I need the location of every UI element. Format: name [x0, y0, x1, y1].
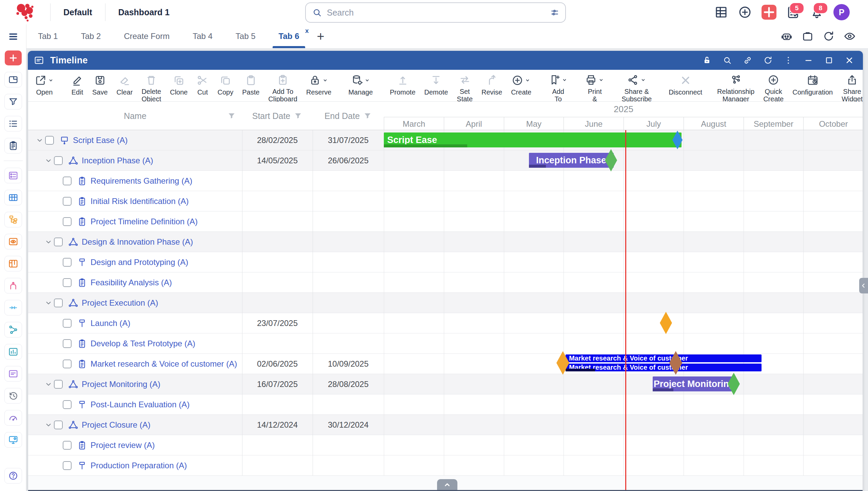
sidebar-item-kanban-widget[interactable] [4, 256, 22, 271]
create-button[interactable]: Create [507, 70, 536, 101]
milestone-diamond[interactable] [669, 351, 683, 375]
row-checkbox[interactable] [54, 380, 63, 389]
assistant-icon[interactable] [781, 30, 793, 42]
search-settings-icon[interactable] [550, 7, 560, 18]
expand-chevron-icon[interactable] [44, 157, 53, 165]
row-checkbox[interactable] [54, 421, 63, 429]
row-name-link[interactable]: Inception Phase (A) [82, 150, 153, 171]
add-tab-button[interactable]: + [311, 29, 330, 44]
sidebar-item-preview-card-widget[interactable] [4, 234, 22, 249]
row-name-link[interactable]: Post-Launch Evaluation (A) [91, 394, 190, 415]
chevron-down-icon[interactable] [47, 77, 54, 84]
sidebar-item-table-widget[interactable] [4, 190, 22, 205]
chevron-down-icon[interactable] [561, 77, 568, 83]
filter-icon[interactable] [363, 111, 372, 120]
sidebar-item-clipboard[interactable] [4, 138, 22, 154]
notifications-icon[interactable]: 8 [810, 5, 824, 19]
expand-chevron-icon[interactable] [44, 238, 53, 246]
share-widget-button[interactable]: Share Widget [837, 70, 867, 101]
row-name-link[interactable]: Project Closure (A) [82, 415, 151, 435]
chevron-down-icon[interactable] [524, 77, 531, 84]
global-search[interactable] [305, 2, 566, 23]
row-checkbox[interactable] [63, 217, 72, 226]
row-name-link[interactable]: Script Ease (A) [73, 130, 127, 150]
row-name-link[interactable]: Develop & Test Prototype (A) [91, 333, 195, 354]
close-icon[interactable] [845, 56, 854, 65]
sidebar-item-chart-widget[interactable] [4, 344, 22, 360]
gantt-bar[interactable]: Script Ease [384, 132, 682, 147]
sidebar-item-flow-widget[interactable] [4, 322, 22, 337]
milestone-diamond[interactable] [556, 351, 569, 375]
add-to-button[interactable]: Add To [544, 70, 572, 101]
milestone-diamond[interactable] [728, 372, 740, 395]
expand-chevron-icon[interactable] [44, 380, 53, 388]
milestone-diamond[interactable] [672, 130, 683, 150]
workspace-name[interactable]: Default [51, 7, 105, 17]
relationship-manager-button[interactable]: Relationship Manager [713, 70, 759, 101]
configuration-button[interactable]: Configuration [788, 70, 837, 101]
row-checkbox[interactable] [63, 177, 72, 185]
gantt-bar[interactable]: Market research & Voice of customer [566, 364, 761, 371]
chevron-down-icon[interactable] [598, 77, 605, 83]
edit-button[interactable]: Edit [67, 70, 88, 101]
row-checkbox[interactable] [45, 136, 54, 145]
chevron-down-icon[interactable] [364, 77, 371, 84]
sidebar-item-hierarchy-widget[interactable] [4, 212, 22, 227]
row-name-link[interactable]: Design & Innovation Phase (A) [82, 232, 193, 252]
user-avatar[interactable]: P [833, 4, 850, 20]
gantt-bar[interactable]: Market research & Voice of customer [566, 354, 761, 362]
column-header-start-date[interactable]: Start Date [242, 102, 313, 130]
sidebar-item-card-widget[interactable] [4, 366, 22, 382]
row-checkbox[interactable] [54, 299, 63, 307]
collapse-panel-tab[interactable] [859, 278, 868, 293]
sidebar-item-form-widget[interactable] [4, 168, 22, 183]
search-input[interactable] [326, 7, 550, 18]
tab-tab-4[interactable]: Tab 4 [181, 24, 224, 48]
row-name-link[interactable]: Requirements Gathering (A) [91, 171, 192, 191]
filter-icon[interactable] [294, 111, 302, 120]
tab-tab-1[interactable]: Tab 1 [26, 24, 70, 48]
row-name-link[interactable]: Feasibility Analysis (A) [91, 272, 172, 293]
preview-icon[interactable] [844, 30, 856, 42]
sidebar-item-gauge-widget[interactable] [4, 410, 22, 426]
link-icon[interactable] [743, 56, 752, 65]
sidebar-item-branch-widget[interactable] [4, 278, 22, 293]
tab-close-icon[interactable]: x [305, 27, 309, 35]
more-icon[interactable] [784, 56, 793, 65]
scroll-up-button[interactable] [437, 479, 457, 490]
column-header-end-date[interactable]: End Date [313, 102, 384, 130]
row-name-link[interactable]: Production Preparation (A) [91, 455, 187, 476]
tasks-icon[interactable]: 5 [786, 5, 800, 19]
tab-tab-6[interactable]: Tab 6x [267, 24, 311, 48]
package-icon[interactable] [802, 30, 814, 42]
row-checkbox[interactable] [63, 278, 72, 287]
row-checkbox[interactable] [63, 441, 72, 450]
expand-chevron-icon[interactable] [36, 136, 44, 144]
gantt-bar[interactable]: Project Monitoring [653, 376, 736, 391]
row-checkbox[interactable] [54, 156, 63, 165]
row-name-link[interactable]: Market research & Voice of customer (A) [91, 354, 237, 374]
share-subscribe-button[interactable]: Share & Subscribe [617, 70, 656, 101]
chevron-down-icon[interactable] [322, 77, 329, 84]
panel-header[interactable]: Timeline [28, 51, 863, 70]
global-create-icon[interactable] [738, 5, 752, 19]
expand-chevron-icon[interactable] [44, 421, 53, 429]
row-name-link[interactable]: Design and Prototyping (A) [91, 252, 188, 272]
sidebar-item-monitor-widget[interactable] [4, 432, 22, 448]
row-checkbox[interactable] [63, 258, 72, 267]
sidebar-item-filter[interactable] [4, 94, 22, 109]
sidebar-item-add-widget[interactable] [5, 50, 22, 65]
expand-chevron-icon[interactable] [44, 299, 53, 307]
app-logo-icon[interactable] [14, 1, 35, 23]
print-export-button[interactable]: Print & Export [580, 70, 609, 101]
row-checkbox[interactable] [63, 197, 72, 206]
lock-icon[interactable] [702, 56, 712, 65]
row-checkbox[interactable] [63, 319, 72, 328]
minimize-icon[interactable] [804, 56, 813, 65]
sidebar-item-merge-widget[interactable] [4, 300, 22, 315]
milestone-diamond[interactable] [605, 149, 617, 172]
sidebar-item-help[interactable] [4, 468, 22, 484]
export-grid-icon[interactable] [714, 5, 728, 19]
sidebar-item-list[interactable] [4, 116, 22, 131]
row-name-link[interactable]: Project review (A) [91, 435, 155, 455]
